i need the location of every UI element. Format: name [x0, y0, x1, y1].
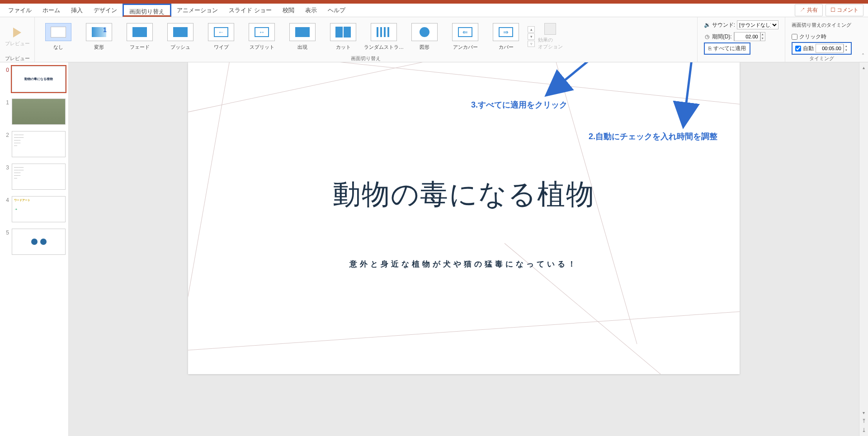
- transition-label: カバー: [499, 44, 514, 51]
- transition-label: 変形: [94, 44, 104, 51]
- tab-アニメーション[interactable]: アニメーション: [171, 4, 223, 17]
- transition-label: プッシュ: [170, 44, 190, 51]
- transition-label: なし: [53, 44, 63, 51]
- gallery-scroll: ▴ ▾ ▿: [527, 24, 536, 49]
- duration-spinner[interactable]: ▴▾: [734, 32, 765, 41]
- prev-slide-button[interactable]: ⤒: [862, 418, 866, 424]
- gallery-more[interactable]: ▿: [528, 41, 535, 47]
- tab-ヘルプ[interactable]: ヘルプ: [322, 4, 351, 17]
- slide-number: 2: [3, 131, 9, 138]
- tab-ホーム[interactable]: ホーム: [37, 4, 66, 17]
- slide-thumbnail-5[interactable]: 5: [3, 229, 66, 255]
- transition-プッシュ[interactable]: プッシュ: [161, 23, 199, 51]
- advance-slide-header: 画面切り替えのタイミング: [792, 20, 852, 30]
- transition-図形[interactable]: 図形: [406, 23, 443, 51]
- auto-time-input[interactable]: [816, 44, 844, 53]
- scroll-down[interactable]: ▾: [863, 410, 865, 415]
- vertical-scrollbar[interactable]: ▴ ▾ ⤒ ⤓: [859, 62, 868, 436]
- gallery-up[interactable]: ▴: [528, 26, 535, 33]
- slide-thumbnail-3[interactable]: 3──────────────────────: [3, 164, 66, 190]
- gallery-down[interactable]: ▾: [528, 33, 535, 40]
- slide-subtitle-text[interactable]: 意外と身近な植物が犬や猫の猛毒になっている！: [188, 259, 740, 269]
- tab-スライド ショー[interactable]: スライド ショー: [223, 4, 277, 17]
- ribbon-group-transitions: なし変形フェードプッシュ←ワイプ↔スプリット出現カットランダムストラ…図形⇐アン…: [35, 17, 698, 62]
- preview-button[interactable]: プレビュー: [4, 19, 31, 54]
- transition-thumb: [167, 23, 193, 41]
- slide-thumb-image: [12, 229, 66, 255]
- tab-表示[interactable]: 表示: [300, 4, 322, 17]
- transition-フェード[interactable]: フェード: [121, 23, 159, 51]
- slide-number: 5: [3, 229, 9, 236]
- slide-number: 4: [3, 196, 9, 203]
- transition-label: 図形: [420, 44, 429, 51]
- duration-down[interactable]: ▾: [760, 37, 765, 41]
- effect-options-icon: [544, 23, 556, 35]
- transition-thumb: [411, 23, 438, 41]
- transitions-group-label: 画面切り替え: [38, 54, 693, 63]
- tab-ファイル[interactable]: ファイル: [3, 4, 37, 17]
- share-button[interactable]: ↗ 共有: [795, 4, 822, 16]
- transition-label: フェード: [130, 44, 150, 51]
- tab-デザイン[interactable]: デザイン: [88, 4, 123, 17]
- transition-gallery: なし変形フェードプッシュ←ワイプ↔スプリット出現カットランダムストラ…図形⇐アン…: [38, 21, 526, 52]
- tab-校閲[interactable]: 校閲: [277, 4, 300, 17]
- menu-bar: ファイルホーム挿入デザイン画面切り替えアニメーションスライド ショー校閲表示ヘル…: [0, 4, 868, 17]
- slide-thumbnail-4[interactable]: 4ワードアート➔: [3, 196, 66, 222]
- slide-number: 0: [3, 66, 9, 73]
- annotation-1-number: 1: [103, 26, 107, 33]
- auto-time-spinner[interactable]: ▴▾: [816, 44, 848, 53]
- transition-カバー[interactable]: ⇒カバー: [487, 23, 525, 51]
- slide-thumb-image: [12, 98, 66, 125]
- transition-出現[interactable]: 出現: [283, 23, 321, 51]
- collapse-ribbon-button[interactable]: ˄: [858, 17, 868, 62]
- transition-なし[interactable]: なし: [39, 23, 77, 51]
- transition-label: カット: [336, 44, 351, 51]
- transition-thumb: [289, 23, 316, 41]
- comment-label: コメント: [837, 7, 859, 13]
- transition-アンカバー[interactable]: ⇐アンカバー: [446, 23, 484, 51]
- apply-to-all-button[interactable]: ⎘ すべてに適用: [704, 42, 750, 55]
- transition-ワイプ[interactable]: ←ワイプ: [202, 23, 240, 51]
- apply-all-icon: ⎘: [708, 46, 712, 51]
- transition-thumb: ←: [208, 23, 234, 41]
- slide-panel[interactable]: 0動物の毒になる植物12──────────────────────3─────…: [0, 62, 69, 436]
- auto-down[interactable]: ▾: [844, 48, 848, 52]
- transition-thumb: ⇒: [493, 23, 519, 41]
- decorative-line: [188, 62, 563, 117]
- slide-thumbnail-0[interactable]: 0動物の毒になる植物: [3, 66, 66, 92]
- title-bar: [0, 0, 868, 4]
- comment-button[interactable]: ☐ コメント: [826, 4, 863, 16]
- ribbon-group-sound-duration: 🔉 サウンド: [サウンドなし] ◷ 期間(D): ▴▾ ⎘ すべてに適用: [698, 17, 785, 62]
- transition-カット[interactable]: カット: [324, 23, 362, 51]
- duration-input[interactable]: [734, 32, 760, 41]
- on-click-checkbox[interactable]: [792, 34, 797, 40]
- transition-thumb: [371, 23, 397, 41]
- slide-title-text[interactable]: 動物の毒になる植物: [188, 175, 740, 213]
- tab-画面切り替え[interactable]: 画面切り替え: [123, 4, 171, 17]
- auto-up[interactable]: ▴: [844, 44, 848, 48]
- slide-thumb-image: ──────────────────────: [12, 164, 66, 190]
- sound-select[interactable]: [サウンドなし]: [737, 20, 778, 29]
- next-slide-button[interactable]: ⤓: [862, 427, 866, 433]
- effect-options-label: 効果の オプション: [538, 37, 563, 50]
- duration-up[interactable]: ▴: [760, 33, 765, 37]
- ribbon-group-preview: プレビュー プレビュー: [0, 17, 35, 62]
- slide-thumbnail-2[interactable]: 2──────────────────────: [3, 131, 66, 157]
- slide-canvas[interactable]: 動物の毒になる植物 意外と身近な植物が犬や猫の猛毒になっている！: [188, 62, 740, 374]
- decorative-line: [188, 62, 233, 374]
- effect-options-button[interactable]: 効果の オプション: [537, 19, 564, 54]
- transition-thumb: [45, 23, 71, 41]
- auto-advance-checkbox[interactable]: [795, 46, 801, 52]
- scroll-up[interactable]: ▴: [863, 65, 865, 70]
- transition-スプリット[interactable]: ↔スプリット: [243, 23, 281, 51]
- slide-thumbnail-1[interactable]: 1: [3, 98, 66, 125]
- tab-挿入[interactable]: 挿入: [66, 4, 88, 17]
- duration-label: 期間(D):: [712, 33, 732, 41]
- ribbon: プレビュー プレビュー なし変形フェードプッシュ←ワイプ↔スプリット出現カットラ…: [0, 17, 868, 62]
- on-click-label: クリック時: [799, 33, 826, 41]
- transition-ランダムストラ…[interactable]: ランダムストラ…: [365, 23, 403, 51]
- slide-editor[interactable]: 動物の毒になる植物 意外と身近な植物が犬や猫の猛毒になっている！ 3.すべてに適…: [69, 62, 859, 436]
- transition-変形[interactable]: 変形: [80, 23, 118, 51]
- transition-label: ワイプ: [214, 44, 229, 51]
- transition-label: スプリット: [250, 44, 274, 51]
